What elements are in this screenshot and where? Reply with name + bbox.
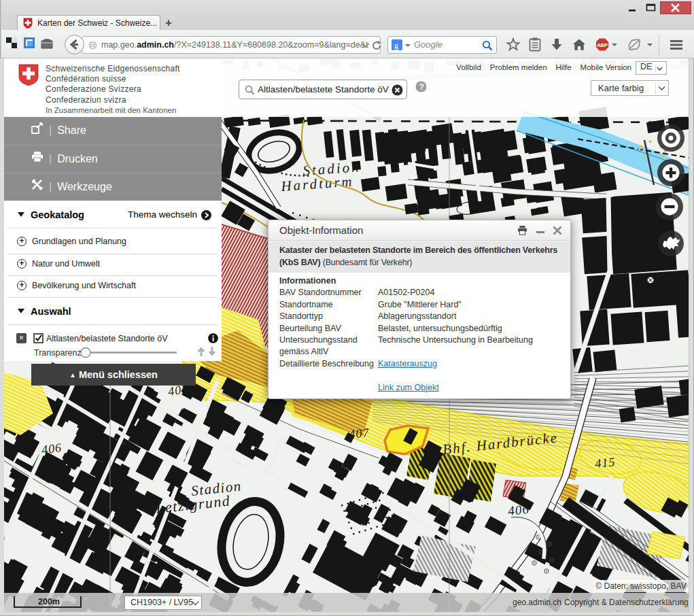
svg-text:ABP: ABP bbox=[597, 42, 608, 48]
svg-text:406: 406 bbox=[41, 441, 63, 457]
svg-text:g: g bbox=[394, 41, 398, 50]
svg-text:415: 415 bbox=[594, 455, 616, 470]
svg-text:200m: 200m bbox=[38, 597, 60, 606]
svg-text:?: ? bbox=[419, 82, 424, 92]
